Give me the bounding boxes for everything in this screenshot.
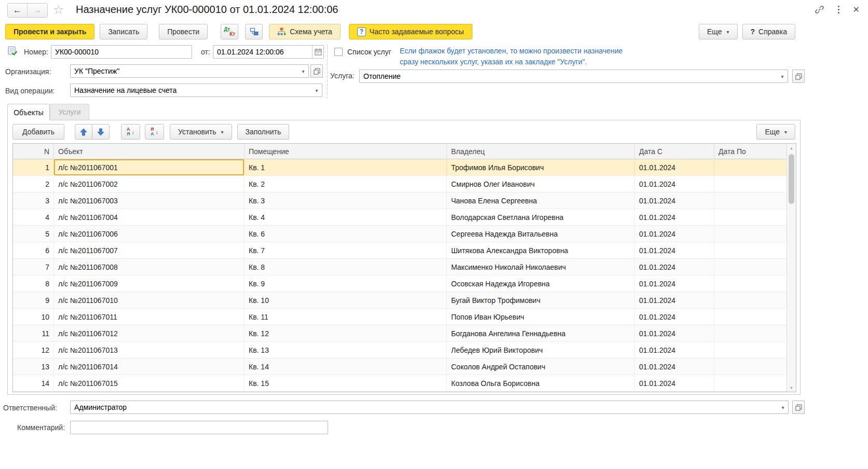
- table-cell[interactable]: [714, 292, 786, 308]
- table-cell[interactable]: [714, 242, 786, 258]
- table-cell[interactable]: л/с №2011067012: [54, 325, 245, 341]
- document-structure-button[interactable]: [245, 24, 263, 39]
- table-cell[interactable]: 2: [13, 176, 54, 192]
- table-cell[interactable]: Кв. 8: [245, 259, 447, 275]
- column-header-date-from[interactable]: Дата С: [635, 144, 714, 159]
- table-cell[interactable]: л/с №2011067002: [54, 176, 245, 192]
- vertical-scrollbar[interactable]: ▲ ▼: [786, 144, 796, 392]
- table-cell[interactable]: л/с №2011067003: [54, 192, 245, 209]
- table-cell[interactable]: Кв. 10: [245, 292, 447, 308]
- table-cell[interactable]: Кв. 9: [245, 275, 447, 292]
- column-header-object[interactable]: Объект: [54, 144, 245, 159]
- table-cell[interactable]: [714, 226, 786, 242]
- table-cell[interactable]: Соколов Андрей Остапович: [447, 358, 635, 375]
- table-row[interactable]: 14л/с №2011067015Кв. 15Козлова Ольга Бор…: [13, 375, 796, 392]
- services-list-checkbox[interactable]: [334, 48, 343, 56]
- table-cell[interactable]: л/с №2011067001: [54, 159, 245, 175]
- scrollbar-thumb[interactable]: [789, 154, 794, 204]
- table-cell[interactable]: 12: [13, 342, 54, 358]
- table-row[interactable]: 4л/с №2011067004Кв. 4Володарская Светлан…: [13, 209, 796, 226]
- number-input[interactable]: [51, 45, 192, 59]
- forward-button[interactable]: →: [28, 4, 47, 17]
- table-cell[interactable]: [714, 342, 786, 358]
- table-row[interactable]: 8л/с №2011067009Кв. 9Осовская Надежда Иг…: [13, 275, 796, 292]
- table-cell[interactable]: Кв. 2: [245, 176, 447, 192]
- column-header-n[interactable]: N: [13, 144, 54, 159]
- table-row[interactable]: 6л/с №2011067007Кв. 7Шитякова Александра…: [13, 242, 796, 259]
- back-button[interactable]: ←: [8, 4, 28, 17]
- table-row[interactable]: 3л/с №2011067003Кв. 3Чанова Елена Сергее…: [13, 192, 796, 209]
- table-cell[interactable]: 10: [13, 309, 54, 325]
- table-cell[interactable]: Попов Иван Юрьевич: [447, 309, 635, 325]
- table-cell[interactable]: л/с №2011067010: [54, 292, 245, 308]
- table-cell[interactable]: 6: [13, 242, 54, 258]
- table-cell[interactable]: 01.01.2024: [635, 259, 714, 275]
- help-button[interactable]: ? Справка: [742, 24, 795, 39]
- table-cell[interactable]: Кв. 1: [245, 159, 447, 175]
- table-cell[interactable]: Богданова Ангелина Геннадьевна: [447, 325, 635, 341]
- table-cell[interactable]: 1: [13, 159, 54, 175]
- table-cell[interactable]: л/с №2011067009: [54, 275, 245, 292]
- favorite-star-icon[interactable]: ☆: [53, 3, 64, 17]
- more-button[interactable]: Еще▾: [699, 24, 738, 39]
- comment-input[interactable]: [70, 421, 328, 434]
- table-cell[interactable]: [714, 358, 786, 375]
- table-cell[interactable]: 5: [13, 226, 54, 242]
- scroll-up-icon[interactable]: ▲: [787, 144, 796, 152]
- table-cell[interactable]: Кв. 12: [245, 325, 447, 341]
- table-cell[interactable]: Кв. 7: [245, 242, 447, 258]
- set-button[interactable]: Установить▾: [170, 124, 232, 140]
- table-row[interactable]: 9л/с №2011067010Кв. 10Бугай Виктор Трофи…: [13, 292, 796, 309]
- fill-button[interactable]: Заполнить: [237, 124, 290, 140]
- table-cell[interactable]: [714, 209, 786, 225]
- table-cell[interactable]: 11: [13, 325, 54, 341]
- table-row[interactable]: 11л/с №2011067012Кв. 12Богданова Ангелин…: [13, 325, 796, 342]
- post-and-close-button[interactable]: Провести и закрыть: [5, 24, 94, 39]
- table-cell[interactable]: Кв. 6: [245, 226, 447, 242]
- table-cell[interactable]: Володарская Светлана Игоревна: [447, 209, 635, 225]
- add-row-button[interactable]: Добавить: [12, 124, 64, 140]
- link-icon[interactable]: [815, 5, 824, 15]
- service-select[interactable]: Отопление ▾: [359, 70, 788, 83]
- table-cell[interactable]: Трофимов Илья Борисович: [447, 159, 635, 175]
- table-cell[interactable]: 01.01.2024: [635, 209, 714, 225]
- move-down-button[interactable]: [92, 124, 110, 140]
- table-cell[interactable]: 14: [13, 375, 54, 391]
- table-cell[interactable]: 01.01.2024: [635, 226, 714, 242]
- chevron-down-icon[interactable]: ▾: [777, 70, 788, 82]
- accounting-scheme-button[interactable]: Схема учета: [269, 24, 341, 39]
- table-cell[interactable]: 01.01.2024: [635, 192, 714, 209]
- responsible-select[interactable]: Администратор ▾: [70, 401, 789, 414]
- table-cell[interactable]: 01.01.2024: [635, 176, 714, 192]
- table-cell[interactable]: Осовская Надежда Игоревна: [447, 275, 635, 292]
- table-cell[interactable]: 01.01.2024: [635, 275, 714, 292]
- calendar-icon[interactable]: [312, 46, 323, 58]
- table-cell[interactable]: [714, 309, 786, 325]
- table-cell[interactable]: Лебедев Юрий Викторович: [447, 342, 635, 358]
- table-cell[interactable]: [714, 275, 786, 292]
- table-cell[interactable]: Козлова Ольга Борисовна: [447, 375, 635, 391]
- table-cell[interactable]: 01.01.2024: [635, 309, 714, 325]
- table-cell[interactable]: Кв. 14: [245, 358, 447, 375]
- table-cell[interactable]: Шитякова Александра Викторовна: [447, 242, 635, 258]
- table-cell[interactable]: л/с №2011067006: [54, 226, 245, 242]
- table-cell[interactable]: [714, 176, 786, 192]
- table-cell[interactable]: 3: [13, 192, 54, 209]
- table-cell[interactable]: 01.01.2024: [635, 325, 714, 341]
- table-cell[interactable]: л/с №2011067011: [54, 309, 245, 325]
- column-header-date-to[interactable]: Дата По: [714, 144, 786, 159]
- table-cell[interactable]: Кв. 13: [245, 342, 447, 358]
- sort-descending-button[interactable]: Я А ↓: [145, 124, 164, 140]
- table-row[interactable]: 13л/с №2011067014Кв. 14Соколов Андрей Ос…: [13, 358, 796, 375]
- scroll-down-icon[interactable]: ▼: [787, 383, 796, 392]
- table-cell[interactable]: л/с №2011067014: [54, 358, 245, 375]
- tab-objects[interactable]: Объекты: [7, 104, 50, 120]
- debit-credit-button[interactable]: ДтКт: [221, 24, 238, 39]
- table-cell[interactable]: Кв. 15: [245, 375, 447, 391]
- table-cell[interactable]: Чанова Елена Сергеевна: [447, 192, 635, 209]
- table-cell[interactable]: Бугай Виктор Трофимович: [447, 292, 635, 308]
- chevron-down-icon[interactable]: ▾: [778, 401, 788, 413]
- table-cell[interactable]: 4: [13, 209, 54, 225]
- table-cell[interactable]: 8: [13, 275, 54, 292]
- more-menu-icon[interactable]: [836, 6, 842, 13]
